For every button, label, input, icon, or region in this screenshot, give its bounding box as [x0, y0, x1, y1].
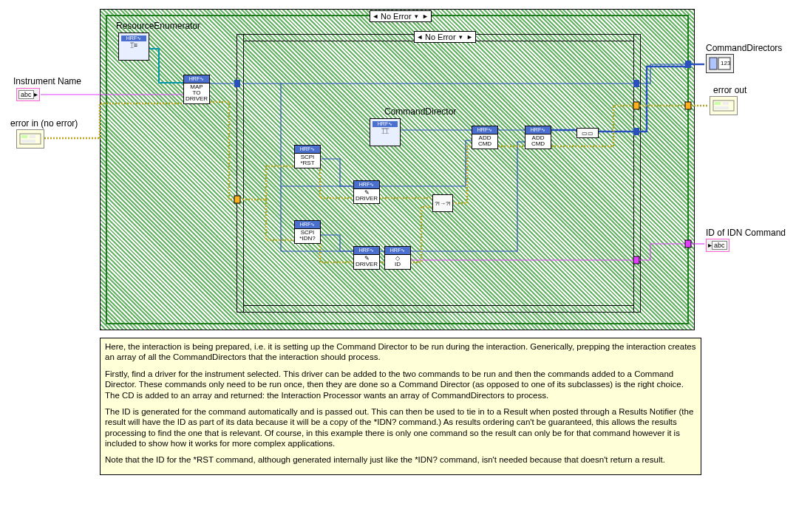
outer-case-selector[interactable]: ◄ No Error ▾ ►	[370, 10, 432, 22]
command-directors-label: CommandDirectors	[706, 43, 782, 53]
prev-case-icon[interactable]: ◄	[416, 33, 423, 41]
command-director-constant[interactable]: HRF∿ ⌶⌶	[370, 118, 401, 146]
case-name: No Error	[425, 33, 456, 41]
scpi-rst-vi[interactable]: HRF∿ SCPI *RST	[294, 145, 321, 168]
svg-rect-8	[715, 102, 721, 105]
set-driver-vi-2[interactable]: HRF∿ ✎DRIVER	[353, 246, 380, 270]
svg-text:123: 123	[721, 60, 731, 66]
scpi-idn-vi[interactable]: HRF∿ SCPI *IDN?	[294, 220, 321, 244]
build-array-node[interactable]: ▭▭	[576, 128, 599, 138]
next-case-icon[interactable]: ►	[422, 13, 429, 20]
merge-errors-node[interactable]: ?!→?!	[432, 194, 453, 212]
case-dropdown-icon[interactable]: ▾	[413, 13, 421, 20]
add-cmd-vi-1[interactable]: HRF∿ ADDCMD	[472, 126, 498, 149]
error-in-label: error in (no error)	[10, 118, 78, 129]
add-cmd-vi-2[interactable]: HRF∿ ADDCMD	[525, 126, 551, 149]
prev-case-icon[interactable]: ◄	[372, 13, 379, 20]
command-director-label: CommandDirector	[384, 106, 456, 117]
resource-enumerator-constant[interactable]: HRF∿ ⌶≡	[118, 33, 149, 61]
error-out-indicator[interactable]	[710, 96, 738, 115]
read-id-vi[interactable]: HRF∿ ◇ID	[384, 246, 411, 270]
instrument-name-label: Instrument Name	[13, 76, 81, 86]
svg-rect-10	[715, 106, 729, 109]
case-dropdown-icon[interactable]: ▾	[457, 33, 465, 41]
labview-block-diagram: ◄ No Error ▾ ► ◄ No Error ▾ ► Instrument…	[0, 0, 796, 532]
svg-rect-1	[21, 135, 27, 138]
svg-rect-4	[710, 58, 717, 69]
svg-rect-3	[21, 140, 35, 143]
set-driver-vi-1[interactable]: HRF∿ ✎DRIVER	[353, 180, 380, 204]
svg-rect-9	[723, 102, 729, 105]
error-out-label: error out	[713, 85, 746, 95]
instrument-name-terminal[interactable]: abc▸	[16, 88, 40, 101]
id-of-idn-label: ID of IDN Command	[706, 228, 786, 238]
inner-case-selector[interactable]: ◄ No Error ▾ ►	[414, 31, 476, 43]
diagram-comment: Here, the interaction is being prepared,…	[100, 338, 701, 475]
map-to-driver-vi[interactable]: HRF∿ MAP TO DRIVER	[183, 75, 210, 104]
command-directors-indicator[interactable]: 123	[706, 54, 734, 73]
next-case-icon[interactable]: ►	[466, 33, 474, 41]
case-name: No Error	[381, 12, 412, 21]
id-of-idn-terminal[interactable]: ▸abc	[706, 239, 729, 252]
error-in-terminal[interactable]	[16, 129, 44, 149]
resource-enumerator-label: ResourceEnumerator	[116, 21, 200, 31]
inner-case-structure	[237, 34, 641, 313]
svg-rect-2	[30, 135, 35, 138]
